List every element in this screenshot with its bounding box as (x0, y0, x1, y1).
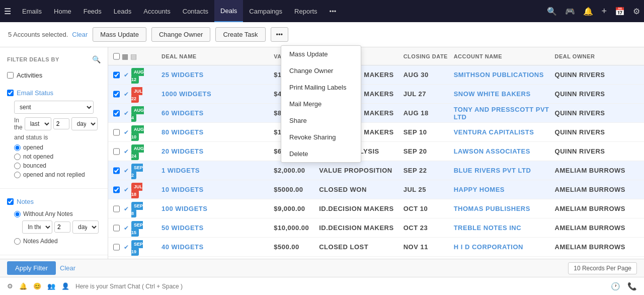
email-status-checkbox-label[interactable]: Email Status (7, 87, 101, 99)
notes-added-label[interactable]: Notes Added (14, 237, 94, 246)
status-opened-radio[interactable] (14, 144, 21, 151)
row-checkbox-4[interactable] (113, 148, 120, 155)
table-list-icon[interactable]: ▤ (130, 52, 137, 60)
settings-chat-icon[interactable]: ⚙ (7, 282, 13, 290)
row-checkbox-3[interactable] (113, 129, 120, 136)
account-link-1[interactable]: Snow white Bakers (454, 90, 531, 98)
nav-home[interactable]: Home (48, 0, 77, 22)
email-status-select[interactable]: sent opened not opened bounced (14, 101, 94, 114)
activities-checkbox[interactable] (7, 72, 14, 79)
nav-leads[interactable]: Leads (108, 0, 137, 22)
search-icon[interactable]: 🔍 (547, 7, 557, 16)
notes-period-value[interactable] (54, 222, 70, 233)
dropdown-print-mailing[interactable]: Print Mailing Labels (281, 79, 361, 96)
deal-link-6[interactable]: 10 Widgets (162, 186, 204, 193)
period-unit-select[interactable]: days weeks months (71, 117, 98, 130)
dropdown-revoke-sharing[interactable]: Revoke Sharing (281, 129, 361, 145)
nav-contacts[interactable]: Contacts (177, 0, 214, 22)
dropdown-mass-update[interactable]: Mass Update (281, 46, 361, 62)
row-checkbox-5[interactable] (113, 167, 120, 174)
deal-link-8[interactable]: 50 Widgets (162, 224, 204, 232)
account-link-8[interactable]: Treble Notes Inc (454, 224, 521, 232)
apply-filter-button[interactable]: Apply Filter (7, 261, 56, 275)
change-owner-button[interactable]: Change Owner (151, 27, 210, 42)
status-opened-not-replied-label[interactable]: opened and not replied (14, 170, 94, 179)
nav-campaigns[interactable]: Campaings (243, 0, 288, 22)
activities-checkbox-label[interactable]: Activities (7, 69, 101, 81)
table-view-icon[interactable]: ▦ (122, 52, 128, 60)
notes-period-select[interactable]: In the last (22, 220, 52, 234)
notes-period-unit[interactable]: days (72, 220, 99, 234)
account-link-7[interactable]: Thomas Publishers (454, 205, 530, 212)
account-link-4[interactable]: Lawson Associates (454, 148, 530, 155)
users-chat-icon[interactable]: 👥 (47, 282, 55, 290)
account-link-6[interactable]: Happy Homes (454, 186, 505, 193)
status-bounced-radio[interactable] (14, 163, 21, 169)
row-checkbox-8[interactable] (113, 225, 120, 232)
notification-chat-icon[interactable]: 🔔 (19, 282, 27, 290)
row-checkbox-9[interactable] (113, 244, 120, 251)
notes-checkbox[interactable] (7, 198, 14, 205)
nav-reports[interactable]: Reports (288, 0, 324, 22)
sidebar-search-icon[interactable]: 🔍 (92, 55, 101, 63)
deal-link-3[interactable]: 80 Widgets (162, 128, 204, 136)
clear-selection-link[interactable]: Clear (72, 31, 88, 38)
clear-filter-button[interactable]: Clear (60, 261, 75, 275)
select-all-checkbox[interactable] (113, 52, 120, 60)
header-account-name[interactable]: ACCOUNT NAME (454, 53, 555, 59)
gamepad-icon[interactable]: 🎮 (565, 7, 575, 16)
deal-link-5[interactable]: 1 Widgets (162, 167, 200, 174)
emoji-chat-icon[interactable]: 😊 (33, 282, 41, 290)
header-deal-name[interactable]: DEAL NAME (162, 53, 274, 59)
header-closing-date[interactable]: CLOSING DATE (404, 53, 454, 59)
create-task-button[interactable]: Create Task (215, 27, 265, 42)
plus-icon[interactable]: + (601, 6, 607, 17)
nav-feeds[interactable]: Feeds (77, 0, 108, 22)
status-opened-label[interactable]: opened (14, 143, 94, 152)
row-checkbox-0[interactable] (113, 71, 120, 79)
row-checkbox-6[interactable] (113, 186, 120, 193)
status-not-opened-radio[interactable] (14, 154, 21, 160)
notes-checkbox-label[interactable]: Notes (7, 196, 101, 207)
without-notes-label[interactable]: Without Any Notes (14, 209, 94, 218)
dropdown-share[interactable]: Share (281, 112, 361, 129)
clock-chat-icon[interactable]: 🕐 (611, 282, 620, 291)
row-checkbox-1[interactable] (113, 91, 120, 98)
nav-more[interactable]: ••• (324, 0, 343, 22)
dropdown-change-owner[interactable]: Change Owner (281, 62, 361, 79)
account-link-2[interactable]: Tony And Presscott Pvt Ltd (454, 106, 549, 121)
deal-link-9[interactable]: 40 Widgets (162, 243, 204, 251)
status-opened-not-replied-radio[interactable] (14, 172, 21, 178)
deal-link-1[interactable]: 1000 Widgets (162, 90, 211, 98)
hamburger-icon[interactable]: ☰ (4, 7, 11, 16)
account-link-5[interactable]: Blue Rivers Pvt Ltd (454, 167, 531, 174)
mass-update-button[interactable]: Mass Update (93, 27, 146, 42)
period-value-input[interactable] (53, 118, 69, 129)
smart-chat-input[interactable] (75, 283, 605, 290)
dropdown-mail-merge[interactable]: Mail Merge (281, 96, 361, 112)
more-actions-button[interactable]: ••• (271, 27, 289, 42)
person-chat-icon[interactable]: 👤 (61, 282, 69, 290)
status-bounced-label[interactable]: bounced (14, 161, 94, 170)
calendar-icon[interactable]: 📅 (615, 7, 625, 16)
header-deal-owner[interactable]: DEAL OWNER (555, 53, 639, 59)
notes-added-radio[interactable] (14, 238, 21, 245)
deal-link-0[interactable]: 25 Widgets (162, 71, 204, 79)
account-link-9[interactable]: H I D Corporation (454, 243, 523, 251)
account-link-3[interactable]: Ventura Capitalists (454, 128, 534, 136)
phone-chat-icon[interactable]: 📞 (627, 282, 637, 291)
email-status-checkbox[interactable] (7, 90, 14, 96)
nav-emails[interactable]: Emails (16, 0, 48, 22)
nav-accounts[interactable]: Accounts (137, 0, 176, 22)
status-not-opened-label[interactable]: not opened (14, 152, 94, 161)
period-select[interactable]: last (25, 117, 51, 130)
bell-icon[interactable]: 🔔 (583, 7, 593, 16)
nav-deals[interactable]: Deals (214, 0, 243, 22)
row-checkbox-7[interactable] (113, 205, 120, 212)
settings-icon[interactable]: ⚙ (633, 7, 640, 16)
row-checkbox-2[interactable] (113, 110, 120, 117)
deal-link-2[interactable]: 60 Widgets (162, 109, 204, 117)
records-per-page[interactable]: 10 Records Per Page (568, 262, 637, 274)
dropdown-delete[interactable]: Delete (281, 145, 361, 162)
deal-link-4[interactable]: 20 Widgets (162, 148, 204, 155)
